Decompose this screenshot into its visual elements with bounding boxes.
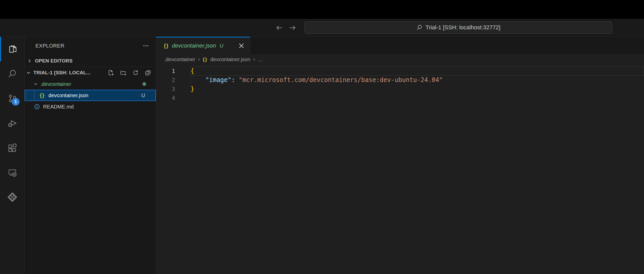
new-file-button[interactable] bbox=[108, 69, 114, 76]
breadcrumb-file[interactable]: devcontainer.json bbox=[210, 57, 250, 62]
code-line-4: 4 bbox=[156, 94, 644, 103]
extensions-icon bbox=[7, 142, 18, 153]
forward-arrow-button[interactable] bbox=[287, 23, 298, 33]
code-token bbox=[235, 76, 239, 84]
activity-remote-tunnels[interactable] bbox=[0, 185, 24, 209]
new-folder-button[interactable] bbox=[120, 69, 127, 76]
file-name: README.md bbox=[43, 104, 74, 110]
tab-git-badge: U bbox=[220, 43, 223, 49]
chevron-down-icon bbox=[26, 70, 31, 76]
json-file-icon: {} bbox=[40, 93, 45, 98]
line-number: 2 bbox=[156, 76, 175, 85]
activity-explorer[interactable] bbox=[0, 37, 24, 61]
info-file-icon bbox=[34, 104, 40, 110]
chevron-right-icon bbox=[27, 58, 32, 64]
tab-close-button[interactable] bbox=[238, 42, 245, 49]
code-line-3: 3 } bbox=[156, 85, 644, 94]
breadcrumb-separator: › bbox=[198, 56, 200, 63]
tunnels-diamond-icon bbox=[7, 191, 18, 203]
tree-row-devcontainer-folder[interactable]: .devcontainer bbox=[25, 78, 156, 90]
ellipsis-icon bbox=[143, 42, 149, 49]
json-file-icon: {} bbox=[164, 43, 169, 49]
code-token: "mcr.microsoft.com/devcontainers/base:de… bbox=[239, 76, 443, 84]
code-token: : bbox=[231, 76, 235, 84]
sidebar-header: EXPLORER bbox=[25, 37, 156, 55]
refresh-button[interactable] bbox=[132, 69, 139, 76]
breadcrumb-separator: › bbox=[253, 56, 255, 63]
command-center-search[interactable]: Trial-1 [SSH: localhost:32772] bbox=[305, 21, 612, 34]
sidebar-title: EXPLORER bbox=[35, 43, 64, 49]
chevron-down-icon bbox=[33, 81, 38, 87]
activity-bar: 1 bbox=[0, 37, 25, 274]
line-number: 1 bbox=[156, 67, 175, 76]
back-arrow-button[interactable] bbox=[273, 23, 285, 33]
arrow-left-icon bbox=[275, 23, 283, 32]
editor-group: {} devcontainer.json U .devcontainer › {… bbox=[156, 37, 644, 274]
file-name: devcontainer.json bbox=[49, 93, 89, 98]
activity-search[interactable] bbox=[0, 61, 24, 86]
activity-run-debug[interactable] bbox=[0, 111, 24, 135]
code-token: "image" bbox=[205, 76, 231, 84]
breadcrumb: .devcontainer › {} devcontainer.json › … bbox=[156, 54, 644, 65]
source-control-badge: 1 bbox=[12, 98, 20, 106]
folder-name: .devcontainer bbox=[40, 81, 71, 87]
command-center-label: Trial-1 [SSH: localhost:32772] bbox=[425, 24, 500, 31]
code-line-2: 2 "image": "mcr.microsoft.com/devcontain… bbox=[156, 76, 644, 85]
code-token bbox=[191, 76, 205, 84]
code-token: } bbox=[191, 85, 194, 93]
files-icon bbox=[7, 44, 18, 54]
git-untracked-badge: U bbox=[141, 93, 145, 98]
code-token: { bbox=[191, 67, 194, 75]
debug-icon bbox=[7, 118, 18, 129]
tree-row-readme[interactable]: README.md bbox=[25, 101, 156, 112]
title-bar: Trial-1 [SSH: localhost:32772] bbox=[0, 19, 644, 37]
code-line-1: 1 { bbox=[156, 67, 644, 76]
top-black-band bbox=[0, 0, 644, 19]
open-editors-section-header[interactable]: OPEN EDITORS bbox=[25, 55, 156, 67]
breadcrumb-folder[interactable]: .devcontainer bbox=[164, 57, 195, 62]
json-file-icon: {} bbox=[203, 57, 207, 62]
sidebar-more-actions-button[interactable] bbox=[143, 37, 149, 55]
workspace-actions bbox=[108, 67, 151, 78]
tab-devcontainer-json[interactable]: {} devcontainer.json U bbox=[156, 37, 250, 54]
collapse-all-button[interactable] bbox=[145, 69, 151, 76]
line-number: 4 bbox=[156, 94, 175, 103]
tab-strip: {} devcontainer.json U bbox=[156, 37, 644, 54]
tree-row-devcontainer-json-selected[interactable]: {} devcontainer.json U bbox=[25, 90, 156, 101]
remote-explorer-icon bbox=[7, 167, 18, 178]
line-number: 3 bbox=[156, 85, 175, 94]
open-editors-label: OPEN EDITORS bbox=[35, 58, 73, 64]
explorer-sidebar: EXPLORER OPEN EDITORS TRIAL-1 [SSH: LOCA… bbox=[25, 37, 156, 274]
workspace-label: TRIAL-1 [SSH: LOCAL... bbox=[33, 70, 91, 76]
search-icon bbox=[7, 68, 18, 79]
activity-remote-explorer[interactable] bbox=[0, 160, 24, 185]
breadcrumb-more[interactable]: … bbox=[258, 57, 263, 62]
tab-label: devcontainer.json bbox=[172, 42, 216, 49]
activity-extensions[interactable] bbox=[0, 135, 24, 160]
code-editor[interactable]: 1 { 2 "image": "mcr.microsoft.com/devcon… bbox=[156, 65, 644, 274]
activity-source-control[interactable]: 1 bbox=[0, 86, 24, 111]
tree-indent-guide bbox=[34, 90, 34, 101]
workspace-section-header[interactable]: TRIAL-1 [SSH: LOCAL... bbox=[25, 67, 156, 78]
close-icon bbox=[239, 43, 244, 48]
search-icon bbox=[416, 24, 423, 31]
arrow-right-icon bbox=[288, 23, 297, 32]
git-modified-dot bbox=[143, 82, 146, 86]
